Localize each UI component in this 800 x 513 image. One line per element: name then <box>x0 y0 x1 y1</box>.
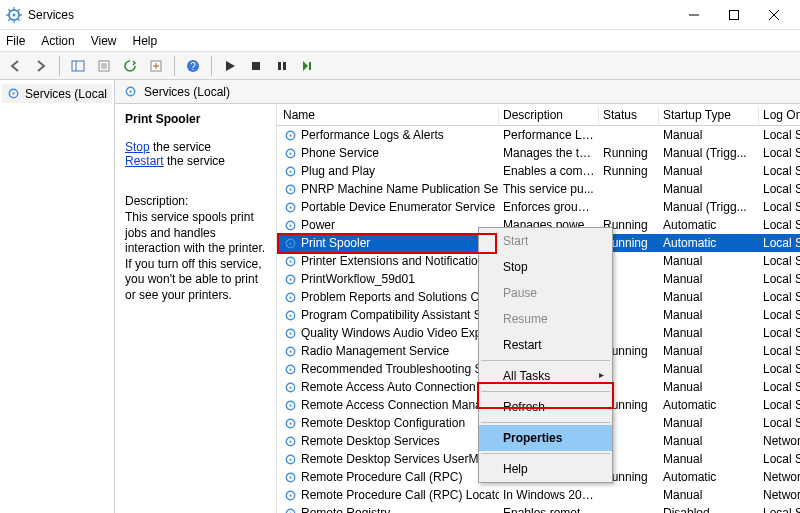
toolbar-help-button[interactable]: ? <box>182 55 204 77</box>
service-desc-cell: Performance Lo... <box>499 128 599 142</box>
service-logon-cell: Local System <box>759 416 800 430</box>
tree-item-services-local[interactable]: Services (Local <box>2 84 112 103</box>
service-logon-cell: Local System <box>759 236 800 250</box>
menu-file[interactable]: File <box>6 34 25 48</box>
restart-service-link[interactable]: Restart <box>125 154 164 168</box>
toolbar-stop-service-button[interactable] <box>245 55 267 77</box>
service-logon-cell: Local Service <box>759 182 800 196</box>
nav-forward-button[interactable] <box>30 55 52 77</box>
service-startup-cell: Manual <box>659 362 759 376</box>
toolbar-properties-button[interactable] <box>93 55 115 77</box>
gear-icon <box>283 218 298 233</box>
svg-point-52 <box>289 386 291 388</box>
menu-help[interactable]: Help <box>133 34 158 48</box>
service-name-cell: Remote Procedure Call (RPC) <box>279 470 499 485</box>
column-status[interactable]: Status <box>599 106 659 124</box>
svg-rect-3 <box>730 10 739 19</box>
service-name-text: Printer Extensions and Notifications <box>301 254 490 268</box>
context-menu-restart[interactable]: Restart <box>479 332 612 358</box>
column-startup[interactable]: Startup Type <box>659 106 759 124</box>
toolbar-pause-service-button[interactable] <box>271 55 293 77</box>
svg-point-40 <box>289 278 291 280</box>
gear-icon <box>283 200 298 215</box>
context-menu-properties[interactable]: Properties <box>479 425 612 451</box>
service-name-cell: Portable Device Enumerator Service <box>279 200 499 215</box>
service-startup-cell: Manual (Trigg... <box>659 200 759 214</box>
context-menu-resume[interactable]: Resume <box>479 306 612 332</box>
service-row[interactable]: Plug and PlayEnables a comp...RunningMan… <box>277 162 800 180</box>
service-name-text: PNRP Machine Name Publication Service <box>301 182 499 196</box>
service-logon-cell: Local System <box>759 218 800 232</box>
column-logon[interactable]: Log On As <box>759 106 800 124</box>
gear-icon <box>283 254 298 269</box>
column-description[interactable]: Description <box>499 106 599 124</box>
toolbar-restart-service-button[interactable] <box>297 55 319 77</box>
context-menu-stop[interactable]: Stop <box>479 254 612 280</box>
service-startup-cell: Manual (Trigg... <box>659 146 759 160</box>
service-row[interactable]: Portable Device Enumerator ServiceEnforc… <box>277 198 800 216</box>
service-name-text: Print Spooler <box>301 236 370 250</box>
svg-point-60 <box>289 458 291 460</box>
service-logon-cell: Local System <box>759 164 800 178</box>
service-row[interactable]: Phone ServiceManages the te...RunningMan… <box>277 144 800 162</box>
service-name-cell: Problem Reports and Solutions Contr... <box>279 290 499 305</box>
gear-icon <box>283 272 298 287</box>
service-logon-cell: Local System <box>759 254 800 268</box>
service-desc-cell: Enables remote... <box>499 506 599 513</box>
toolbar-export-button[interactable] <box>145 55 167 77</box>
toolbar-show-hide-tree-button[interactable] <box>67 55 89 77</box>
svg-rect-15 <box>252 62 260 70</box>
context-menu-help[interactable]: Help <box>479 456 612 482</box>
menu-view[interactable]: View <box>91 34 117 48</box>
service-startup-cell: Manual <box>659 416 759 430</box>
service-row[interactable]: Remote Procedure Call (RPC) LocatorIn Wi… <box>277 486 800 504</box>
service-startup-cell: Automatic <box>659 236 759 250</box>
service-row[interactable]: Performance Logs & AlertsPerformance Lo.… <box>277 126 800 144</box>
service-logon-cell: Local Service <box>759 146 800 160</box>
window-title: Services <box>28 8 74 22</box>
svg-text:?: ? <box>190 61 196 72</box>
service-name-cell: Radio Management Service <box>279 344 499 359</box>
gear-icon <box>283 434 298 449</box>
minimize-button[interactable] <box>674 1 714 29</box>
context-menu-pause[interactable]: Pause <box>479 280 612 306</box>
context-menu-refresh[interactable]: Refresh <box>479 394 612 420</box>
service-logon-cell: Network Se... <box>759 488 800 502</box>
stop-service-line: Stop the service <box>125 140 266 154</box>
gear-icon <box>283 344 298 359</box>
gear-icon <box>283 146 298 161</box>
service-status-cell: Running <box>599 164 659 178</box>
maximize-button[interactable] <box>714 1 754 29</box>
svg-point-58 <box>289 440 291 442</box>
context-menu-start[interactable]: Start <box>479 228 612 254</box>
service-logon-cell: Local System <box>759 452 800 466</box>
service-name-cell: Remote Access Auto Connection Man... <box>279 380 499 395</box>
service-desc-cell: Manages the te... <box>499 146 599 160</box>
close-button[interactable] <box>754 1 794 29</box>
service-name-cell: Remote Access Connection Manager <box>279 398 499 413</box>
service-logon-cell: Local Service <box>759 128 800 142</box>
stop-service-link[interactable]: Stop <box>125 140 150 154</box>
service-startup-cell: Manual <box>659 254 759 268</box>
svg-point-44 <box>289 314 291 316</box>
service-row[interactable]: PNRP Machine Name Publication ServiceThi… <box>277 180 800 198</box>
toolbar-start-service-button[interactable] <box>219 55 241 77</box>
service-name-cell: PrintWorkflow_59d01 <box>279 272 499 287</box>
service-name-cell: Phone Service <box>279 146 499 161</box>
svg-rect-16 <box>278 62 281 70</box>
service-name-cell: Quality Windows Audio Video Experie... <box>279 326 499 341</box>
toolbar-refresh-button[interactable] <box>119 55 141 77</box>
svg-rect-18 <box>309 62 311 70</box>
column-name[interactable]: Name <box>279 106 499 124</box>
service-name-text: Radio Management Service <box>301 344 449 358</box>
selected-service-name: Print Spooler <box>125 112 266 126</box>
svg-point-56 <box>289 422 291 424</box>
nav-back-button[interactable] <box>4 55 26 77</box>
menu-action[interactable]: Action <box>41 34 74 48</box>
context-menu-all-tasks[interactable]: All Tasks <box>479 363 612 389</box>
service-name-text: Remote Desktop Services UserMode Port R.… <box>301 452 499 466</box>
service-name-text: Remote Access Auto Connection Man... <box>301 380 499 394</box>
svg-point-46 <box>289 332 291 334</box>
service-row[interactable]: Remote RegistryEnables remote...Disabled… <box>277 504 800 513</box>
service-name-cell: Remote Desktop Services UserMode Port R.… <box>279 452 499 467</box>
